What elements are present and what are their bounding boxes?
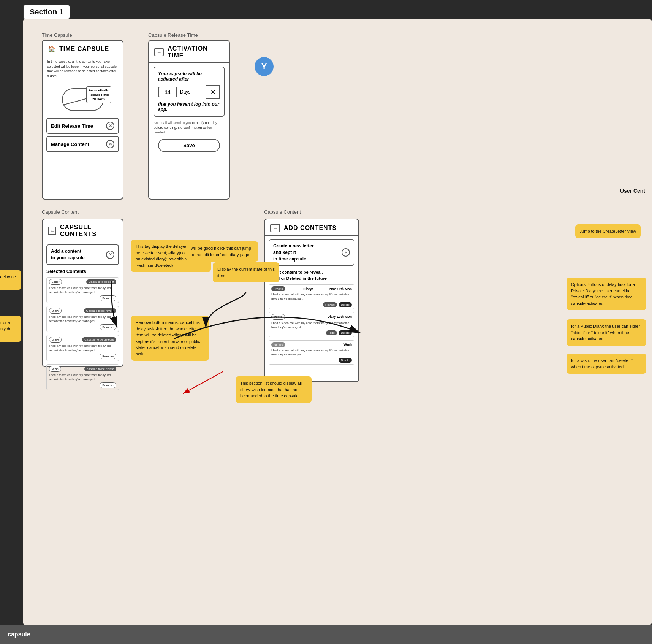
tc-edit-icon: ✕ [106,122,114,130]
tc-capsule-graphic: AutomaticallyRelease Time:20 DAYS [54,84,111,115]
ac-create-btn[interactable]: Create a new letterand kept itin time ca… [269,239,354,266]
ac-delete-btn-2[interactable]: Delete [339,330,352,335]
avatar: Y [255,57,274,76]
main-canvas: Y User Cent Time Capsule 🏠 TIME CAPSULE … [23,19,652,625]
act-days-row: 14 Days ✕ [158,85,220,99]
annotation-left-mid: display whether it is a letter or a wish… [0,316,21,342]
cc-add-text: Add a contentto your capsule [51,248,85,261]
ac-delete-btn-3[interactable]: Delete [339,358,352,363]
list-item: Letter Capsule to be sent I had a video … [46,277,119,303]
cc-add-icon: ✕ [106,251,114,259]
tc-section-name: Time Capsule [42,32,72,38]
house-icon: 🏠 [48,45,55,52]
list-item: Diary Capsule to be deleted I had a vide… [46,335,119,361]
cc-back-btn[interactable]: ← [48,227,56,235]
ac-delete-btn-1[interactable]: Delete [339,302,352,307]
annotation-options-wish: for a wish: the user can "delete it" whe… [567,354,646,374]
list-item: Diary Capsule to be reveal I had a video… [46,306,119,332]
act-section-name: Capsule Release Time [148,32,198,38]
act-italic-2: that you haven't log into our app. [158,102,220,112]
tc-manage-icon: ✕ [106,140,114,148]
ac-create-text: Create a new letterand kept itin time ca… [273,243,314,262]
act-back-btn[interactable]: ← [154,48,164,56]
annotation-jump-create: Jump to the CreateLetter View [575,224,641,238]
list-item: Wish capsule to be delete I had a video … [46,364,119,390]
act-inner-box: Your capsule will be activated after 14 … [154,67,225,117]
add-contents-card: ← ADD CONTENTS Create a new letterand ke… [264,219,359,382]
tc-title: TIME CAPSULE [59,46,109,52]
tc-release-label: AutomaticallyRelease Time:20 DAYS [86,86,111,103]
annotation-remove: Remove button means: cancel this delay t… [131,316,209,361]
bottom-label: capsule [8,631,30,638]
cc-title: CAPSULE CONTENTS [60,224,117,238]
cc-body: Add a contentto your capsule ✕ Selected … [43,241,123,396]
list-item: Private Diary: Nov 10th Mon I had a vide… [269,284,354,309]
cc-remove-btn-2[interactable]: Remove [100,324,116,330]
ac-section-name: Capsule Content [264,209,301,215]
annotation-options-public: for a Public Diary: the user can either … [567,319,646,346]
act-save-btn[interactable]: Save [158,139,220,152]
annotation-left-top: display all the the we say: delay ne tim… [0,270,21,290]
ac-header: ← ADD CONTENTS [265,219,358,236]
list-item: Public Diary 10th Mon I had a video call… [269,312,354,337]
tc-edit-btn[interactable]: Edit Release Time ✕ [46,118,119,134]
cc-section-name: Capsule Content [42,209,79,215]
cc-remove-btn-1[interactable]: Remove [100,295,116,301]
ac-hide-btn[interactable]: Hide [326,330,337,335]
ac-body: Create a new letterand kept itin time ca… [265,236,358,374]
ac-create-icon: ✕ [342,248,350,257]
annotation-options-private: Options Buttons of delay task for a Priv… [567,278,646,310]
time-capsule-card: 🏠 TIME CAPSULE In time capsule, all the … [42,40,123,200]
cc-add-content-btn[interactable]: Add a contentto your capsule ✕ [46,244,119,265]
act-days-input[interactable]: 14 [158,87,177,97]
tc-description: In time capsule, all the contents you ha… [43,56,123,81]
annotation-click-edit: will be good if click this can jump to t… [186,241,258,262]
bottom-bar: capsule [0,625,652,644]
section-label: Section 1 [23,5,70,19]
act-x-icon: ✕ [206,85,220,99]
cc-remove-btn-4[interactable]: Remove [100,382,116,388]
annotation-section-list: This section list should display all dia… [236,376,312,403]
act-description: An email will send to you to notify one … [154,121,225,135]
act-body: Your capsule will be activated after 14 … [149,63,229,160]
capsule-contents-card: ← CAPSULE CONTENTS Add a contentto your … [42,219,123,367]
user-center-label: User Cent [617,186,648,195]
cc-remove-btn-3[interactable]: Remove [100,354,116,359]
list-item: fulfilled Wish I had a video call with m… [269,340,354,365]
act-italic-1: Your capsule will be activated after [158,71,220,82]
ac-reveal-btn[interactable]: Reveal [323,302,337,307]
act-title: ACTIVATION TIME [168,45,224,59]
cc-header: ← CAPSULE CONTENTS [43,219,123,241]
activation-time-card: ← ACTIVATION TIME Your capsule will be a… [148,40,230,200]
annotation-display-state: Display the current state of this item [213,262,279,282]
tc-header: 🏠 TIME CAPSULE [43,41,123,56]
ac-back-btn[interactable]: ← [270,224,280,232]
ac-title: ADD CONTENTS [284,225,337,232]
tc-manage-btn[interactable]: Manage Content ✕ [46,136,119,152]
act-header: ← ACTIVATION TIME [149,41,229,63]
ac-select-label: Select content to be reveal,hided or Del… [269,270,354,281]
cc-selected-title: Selected Contents [46,269,119,274]
